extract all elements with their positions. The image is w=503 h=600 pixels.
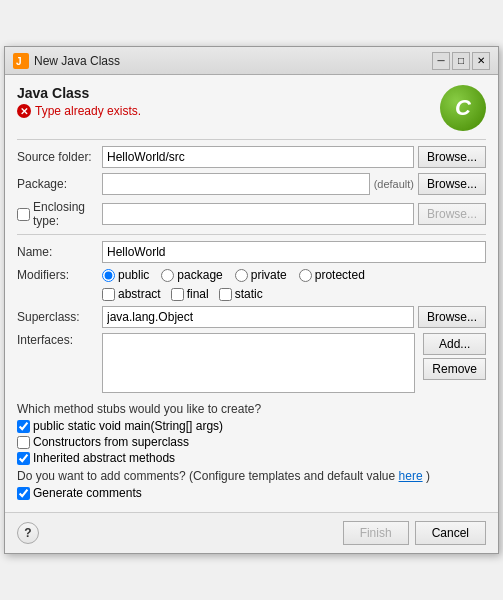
- interfaces-buttons: Add... Remove: [419, 333, 486, 380]
- superclass-input[interactable]: [102, 306, 414, 328]
- superclass-control: [102, 306, 414, 328]
- access-modifiers-group: public package private protected: [102, 268, 365, 282]
- name-label: Name:: [17, 245, 102, 259]
- stub-main-checkbox[interactable]: [17, 420, 30, 433]
- minimize-button[interactable]: ─: [432, 52, 450, 70]
- help-button[interactable]: ?: [17, 522, 39, 544]
- package-input[interactable]: [102, 173, 370, 195]
- stub-constructors-row: Constructors from superclass: [17, 435, 486, 449]
- enclosing-control: [102, 203, 414, 225]
- source-folder-control: [102, 146, 414, 168]
- modifiers-label: Modifiers:: [17, 268, 102, 282]
- header-section: Java Class ✕ Type already exists. C: [17, 85, 486, 131]
- name-control: [102, 241, 486, 263]
- stub-main-label[interactable]: public static void main(String[] args): [17, 419, 223, 433]
- modifier-static-label[interactable]: static: [219, 287, 263, 301]
- comments-link[interactable]: here: [399, 469, 423, 483]
- package-control: (default): [102, 173, 414, 195]
- comments-section: Do you want to add comments? (Configure …: [17, 469, 486, 500]
- title-controls: ─ □ ✕: [432, 52, 490, 70]
- modifier-public-label[interactable]: public: [102, 268, 149, 282]
- enclosing-checkbox-label[interactable]: Enclosing type:: [17, 200, 102, 228]
- stub-constructors-checkbox[interactable]: [17, 436, 30, 449]
- modifiers-row: Modifiers: public package private: [17, 268, 486, 301]
- package-hint: (default): [374, 178, 414, 190]
- modifier-protected-radio[interactable]: [299, 269, 312, 282]
- stub-constructors-label[interactable]: Constructors from superclass: [17, 435, 189, 449]
- source-folder-browse-button[interactable]: Browse...: [418, 146, 486, 168]
- interfaces-row: Interfaces: Add... Remove: [17, 333, 486, 396]
- modifier-package-label[interactable]: package: [161, 268, 222, 282]
- eclipse-logo: C: [440, 85, 486, 131]
- close-button[interactable]: ✕: [472, 52, 490, 70]
- java-class-icon: J: [13, 53, 29, 69]
- stubs-section: Which method stubs would you like to cre…: [17, 402, 486, 465]
- stub-inherited-row: Inherited abstract methods: [17, 451, 486, 465]
- action-buttons: Finish Cancel: [343, 521, 486, 545]
- remove-button[interactable]: Remove: [423, 358, 486, 380]
- package-browse-button[interactable]: Browse...: [418, 173, 486, 195]
- modifier-final-checkbox[interactable]: [171, 288, 184, 301]
- generate-comments-checkbox[interactable]: [17, 487, 30, 500]
- interfaces-control: [102, 333, 415, 396]
- stubs-title: Which method stubs would you like to cre…: [17, 402, 486, 416]
- modifier-abstract-checkbox[interactable]: [102, 288, 115, 301]
- page-title: Java Class: [17, 85, 432, 101]
- package-label: Package:: [17, 177, 102, 191]
- superclass-row: Superclass: Browse...: [17, 306, 486, 328]
- generate-comments-label[interactable]: Generate comments: [17, 486, 142, 500]
- header-divider: [17, 139, 486, 140]
- title-bar: J New Java Class ─ □ ✕: [5, 47, 498, 75]
- enclosing-input[interactable]: [102, 203, 414, 225]
- finish-button[interactable]: Finish: [343, 521, 409, 545]
- source-folder-input[interactable]: [102, 146, 414, 168]
- dialog: J New Java Class ─ □ ✕ Java Class ✕ Type…: [4, 46, 499, 554]
- modifier-public-radio[interactable]: [102, 269, 115, 282]
- interfaces-textarea[interactable]: [102, 333, 415, 393]
- enclosing-browse-button[interactable]: Browse...: [418, 203, 486, 225]
- add-button[interactable]: Add...: [423, 333, 486, 355]
- package-row: Package: (default) Browse...: [17, 173, 486, 195]
- error-row: ✕ Type already exists.: [17, 104, 432, 118]
- title-bar-left: J New Java Class: [13, 53, 120, 69]
- modifier-protected-label[interactable]: protected: [299, 268, 365, 282]
- maximize-button[interactable]: □: [452, 52, 470, 70]
- enclosing-row: Enclosing type: Browse...: [17, 200, 486, 228]
- modifier-private-radio[interactable]: [235, 269, 248, 282]
- modifier-private-label[interactable]: private: [235, 268, 287, 282]
- cancel-button[interactable]: Cancel: [415, 521, 486, 545]
- modifier-final-label[interactable]: final: [171, 287, 209, 301]
- modifiers-section: public package private protected: [102, 268, 365, 301]
- bottom-section: ? Finish Cancel: [5, 512, 498, 553]
- svg-text:J: J: [16, 56, 22, 67]
- generate-comments-row: Generate comments: [17, 486, 486, 500]
- stub-inherited-label[interactable]: Inherited abstract methods: [17, 451, 175, 465]
- modifier-package-radio[interactable]: [161, 269, 174, 282]
- name-row: Name:: [17, 241, 486, 263]
- superclass-label: Superclass:: [17, 310, 102, 324]
- error-text: Type already exists.: [35, 104, 141, 118]
- window-title: New Java Class: [34, 54, 120, 68]
- modifier-abstract-label[interactable]: abstract: [102, 287, 161, 301]
- interfaces-label: Interfaces:: [17, 333, 102, 347]
- enclosing-checkbox[interactable]: [17, 208, 30, 221]
- source-folder-row: Source folder: Browse...: [17, 146, 486, 168]
- dialog-content: Java Class ✕ Type already exists. C Sour…: [5, 75, 498, 512]
- stub-main-row: public static void main(String[] args): [17, 419, 486, 433]
- source-folder-label: Source folder:: [17, 150, 102, 164]
- mid-divider: [17, 234, 486, 235]
- comments-title: Do you want to add comments? (Configure …: [17, 469, 486, 483]
- header-left: Java Class ✕ Type already exists.: [17, 85, 432, 118]
- enclosing-label: Enclosing type:: [17, 200, 102, 228]
- other-modifiers-group: abstract final static: [102, 287, 365, 301]
- modifier-static-checkbox[interactable]: [219, 288, 232, 301]
- name-input[interactable]: [102, 241, 486, 263]
- superclass-browse-button[interactable]: Browse...: [418, 306, 486, 328]
- error-icon: ✕: [17, 104, 31, 118]
- stub-inherited-checkbox[interactable]: [17, 452, 30, 465]
